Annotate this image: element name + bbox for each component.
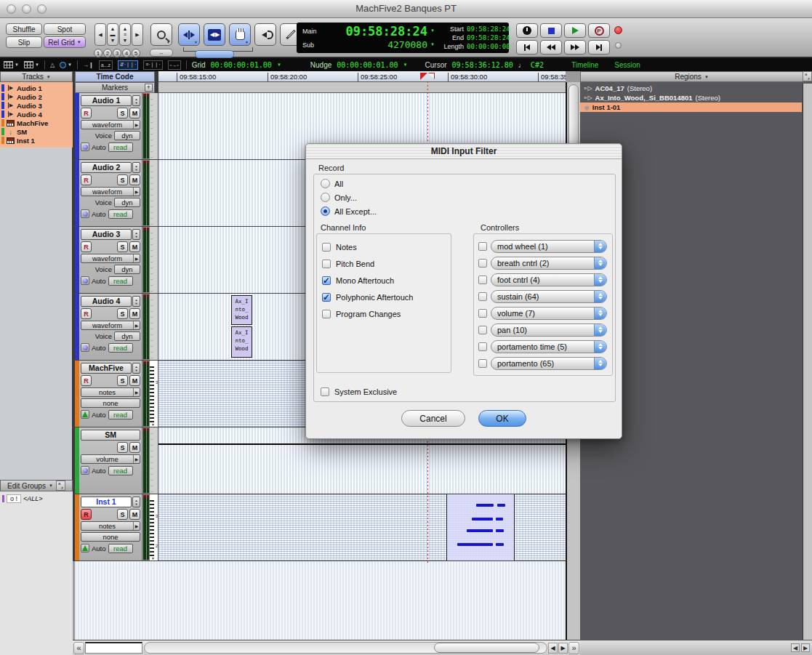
channel-info-option[interactable]: Notes [322, 238, 413, 255]
ruler-view-icon[interactable]: ▼ [24, 61, 39, 68]
midi-note[interactable] [476, 504, 494, 507]
scroll-left-icon[interactable]: ◀ [791, 643, 800, 652]
audio-clip[interactable]: Ax_Into_Wood [231, 326, 252, 358]
audio-zoom-button[interactable]: ▲▬▼ [107, 23, 118, 46]
regions-panel-header[interactable]: Regions▼ [580, 71, 803, 82]
checkbox-control[interactable] [478, 309, 487, 318]
voice-selector[interactable]: dyn [114, 265, 140, 274]
scrollbar-thumb[interactable] [434, 643, 539, 653]
mini-keyboard[interactable] [150, 160, 158, 226]
slip-mode-button[interactable]: Slip [6, 36, 42, 48]
automation-icon[interactable] [81, 544, 89, 552]
regions-scrollbar[interactable] [803, 84, 812, 640]
nudge-menu-icon[interactable]: ▼ [403, 63, 408, 67]
nudge-value[interactable]: 00:00:00:01.00 [337, 61, 398, 69]
ok-button[interactable]: OK [478, 410, 526, 427]
scroll-left-button[interactable]: ◀ [548, 643, 558, 654]
track-name[interactable]: Audio 2 [81, 162, 132, 173]
checkbox-control[interactable] [478, 359, 487, 368]
volume-automation-line[interactable] [158, 443, 566, 445]
automation-mode-button[interactable]: read [108, 209, 133, 219]
record-filter-option[interactable]: All [321, 177, 377, 190]
stop-button[interactable] [540, 23, 562, 38]
radio-control[interactable] [321, 193, 330, 202]
track-height-stepper[interactable]: ▲▼ [132, 497, 140, 507]
automation-icon[interactable] [81, 343, 89, 352]
midi-note[interactable] [496, 518, 503, 521]
markers-ruler-label[interactable]: Markers+ [75, 82, 155, 93]
checkbox-control[interactable]: ✓ [322, 276, 331, 285]
channel-info-option[interactable]: Pitch Bend [322, 255, 413, 272]
midi-note[interactable] [497, 504, 505, 507]
scroll-far-right-button[interactable]: » [568, 642, 579, 654]
solo-button[interactable]: S [117, 108, 128, 118]
patch-selector[interactable]: none [81, 398, 140, 408]
radio-control[interactable] [321, 206, 330, 216]
track-height-stepper[interactable]: ▲▼ [132, 229, 140, 240]
grid-value[interactable]: 00:00:00:01.00 [211, 61, 272, 69]
record-enable-button[interactable]: R [81, 509, 92, 520]
track-list-item[interactable]: Audio 2 [0, 92, 73, 101]
timeline-link[interactable]: Timeline [571, 61, 598, 69]
track-view-selector[interactable]: notes ▶ [81, 387, 140, 397]
channel-info-option[interactable]: ✓ Polyphonic Aftertouch [322, 289, 413, 305]
controller-popup[interactable]: portamento time (5) [491, 340, 607, 353]
automation-mode-button[interactable]: read [108, 410, 133, 419]
mute-button[interactable]: M [129, 241, 140, 252]
checkbox-control[interactable] [322, 260, 331, 268]
track-view-selector[interactable]: volume ▶ [81, 454, 140, 464]
scrollbar-track[interactable] [144, 642, 547, 654]
midi-note[interactable] [472, 518, 493, 521]
controller-popup[interactable]: foot cntrl (4) [491, 273, 607, 286]
length-value[interactable]: 00:00:00:00 [467, 43, 506, 50]
voice-selector[interactable]: dyn [114, 331, 140, 341]
controller-popup[interactable]: mod wheel (1) [491, 240, 607, 253]
meter-clock-icon[interactable]: ▼ [60, 62, 72, 68]
midi-note[interactable] [467, 529, 493, 532]
automation-mode-button[interactable]: read [108, 544, 133, 553]
cancel-button[interactable]: Cancel [401, 410, 465, 427]
checkbox-control[interactable]: ✓ [322, 293, 331, 302]
zoomer-tool-button[interactable]: ▼ [150, 23, 172, 46]
record-filter-option[interactable]: Only... [321, 190, 377, 204]
controller-popup[interactable]: portamento (65) [491, 357, 607, 370]
checkbox-control[interactable] [478, 326, 487, 334]
track-list-item[interactable]: Audio 3 [0, 101, 73, 110]
system-exclusive-option[interactable]: System Exclusive [321, 383, 397, 400]
spot-mode-button[interactable]: Spot [44, 23, 86, 35]
scroll-right-icon[interactable]: ▶ [801, 643, 810, 652]
automation-icon[interactable] [81, 209, 89, 218]
automation-mode-button[interactable]: read [108, 276, 133, 286]
playback-marker-icon[interactable] [420, 73, 436, 81]
solo-button[interactable]: S [117, 241, 128, 252]
scrubber-tool-button[interactable] [254, 23, 276, 46]
track-list-item[interactable]: Inst 1 [0, 136, 73, 145]
grid-mode-button[interactable]: Rel Grid▼ [44, 36, 86, 48]
track-list-item[interactable]: Audio 1 [0, 84, 73, 92]
record-enable-button[interactable]: R [81, 308, 92, 319]
sort-az-icon[interactable]: az [56, 481, 65, 491]
zoom-preset-button[interactable]: 4 [122, 49, 131, 57]
channel-info-option[interactable]: ✓ Mono Aftertouch [322, 272, 413, 289]
start-value[interactable]: 09:58:28:24 [467, 25, 506, 33]
link-track-edit-icon[interactable]: ≡·❘❘· [143, 60, 162, 70]
tracks-panel-header[interactable]: Tracks▼ [0, 71, 73, 82]
mini-keyboard[interactable] [150, 227, 158, 293]
sort-az-icon[interactable]: az [803, 71, 812, 81]
solo-button[interactable]: S [117, 509, 128, 520]
tab-to-transient-icon[interactable]: →❙ [83, 62, 94, 68]
mute-button[interactable]: M [129, 108, 140, 118]
link-edit-timeline-icon[interactable]: ⇵·❘❘· [118, 60, 138, 70]
zoom-in-button[interactable]: ▶ [132, 23, 143, 46]
track-view-selector[interactable]: waveform ▶ [81, 187, 140, 196]
solo-button[interactable]: S [117, 308, 128, 319]
trim-tool-button[interactable]: ▼ [178, 23, 200, 46]
audio-clip[interactable]: Ax_Into_Wood [231, 295, 252, 325]
controller-popup[interactable]: volume (7) [491, 307, 607, 320]
automation-icon[interactable] [81, 276, 89, 285]
track-name[interactable]: Audio 4 [81, 296, 132, 307]
midi-note[interactable] [496, 543, 504, 546]
midi-note[interactable] [457, 543, 493, 546]
checkbox-control[interactable] [322, 310, 331, 318]
edit-group-item[interactable]: o ! <ALL> [2, 494, 73, 503]
